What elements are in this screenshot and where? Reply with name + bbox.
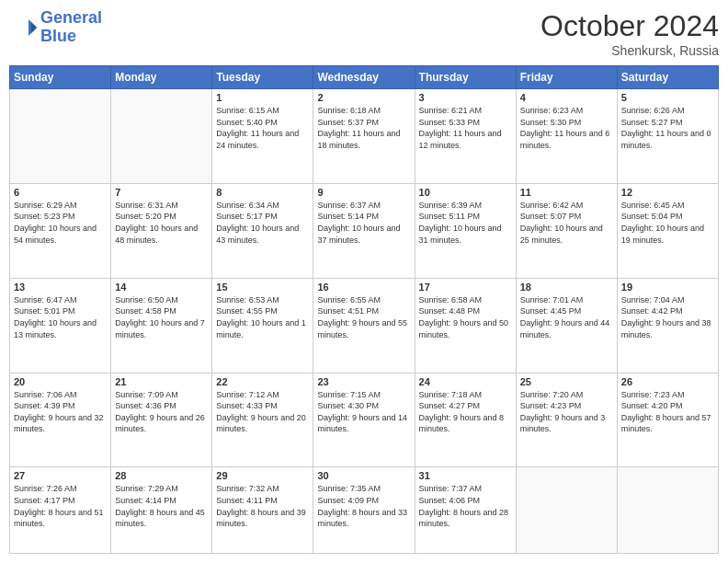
day-number: 29 xyxy=(216,470,309,481)
header-sunday: Sunday xyxy=(10,66,111,89)
day-cell: 17Sunrise: 6:58 AM Sunset: 4:48 PM Dayli… xyxy=(415,278,516,373)
day-info: Sunrise: 6:15 AM Sunset: 5:40 PM Dayligh… xyxy=(216,105,309,151)
day-number: 15 xyxy=(216,282,309,293)
day-cell xyxy=(111,89,212,184)
day-info: Sunrise: 7:09 AM Sunset: 4:36 PM Dayligh… xyxy=(115,389,208,435)
day-number: 13 xyxy=(14,282,107,293)
day-number: 16 xyxy=(317,282,410,293)
day-cell: 16Sunrise: 6:55 AM Sunset: 4:51 PM Dayli… xyxy=(313,278,415,373)
day-info: Sunrise: 6:21 AM Sunset: 5:33 PM Dayligh… xyxy=(419,105,512,151)
header-saturday: Saturday xyxy=(617,66,718,89)
day-cell: 3Sunrise: 6:21 AM Sunset: 5:33 PM Daylig… xyxy=(415,89,516,184)
day-info: Sunrise: 6:45 AM Sunset: 5:04 PM Dayligh… xyxy=(621,200,714,246)
day-number: 9 xyxy=(317,187,410,198)
day-info: Sunrise: 7:26 AM Sunset: 4:17 PM Dayligh… xyxy=(14,483,107,529)
day-info: Sunrise: 7:20 AM Sunset: 4:23 PM Dayligh… xyxy=(520,389,613,435)
day-cell: 19Sunrise: 7:04 AM Sunset: 4:42 PM Dayli… xyxy=(617,278,718,373)
day-cell: 30Sunrise: 7:35 AM Sunset: 4:09 PM Dayli… xyxy=(313,467,415,554)
day-cell: 4Sunrise: 6:23 AM Sunset: 5:30 PM Daylig… xyxy=(516,89,617,184)
day-number: 19 xyxy=(621,282,714,293)
day-info: Sunrise: 7:01 AM Sunset: 4:45 PM Dayligh… xyxy=(520,294,613,340)
logo-icon xyxy=(9,14,37,41)
day-cell: 10Sunrise: 6:39 AM Sunset: 5:11 PM Dayli… xyxy=(415,183,516,278)
header-wednesday: Wednesday xyxy=(313,66,415,89)
day-number: 10 xyxy=(419,187,512,198)
day-cell xyxy=(516,467,617,554)
day-info: Sunrise: 6:42 AM Sunset: 5:07 PM Dayligh… xyxy=(520,200,613,246)
logo-line1: General xyxy=(40,8,102,27)
day-cell: 9Sunrise: 6:37 AM Sunset: 5:14 PM Daylig… xyxy=(313,183,415,278)
day-number: 8 xyxy=(216,187,309,198)
day-number: 5 xyxy=(621,92,714,103)
day-cell: 29Sunrise: 7:32 AM Sunset: 4:11 PM Dayli… xyxy=(212,467,313,554)
day-info: Sunrise: 6:50 AM Sunset: 4:58 PM Dayligh… xyxy=(115,294,208,340)
calendar: SundayMondayTuesdayWednesdayThursdayFrid… xyxy=(9,65,719,554)
day-cell: 20Sunrise: 7:06 AM Sunset: 4:39 PM Dayli… xyxy=(10,373,111,467)
day-number: 6 xyxy=(14,187,107,198)
day-cell: 23Sunrise: 7:15 AM Sunset: 4:30 PM Dayli… xyxy=(313,373,415,467)
day-info: Sunrise: 6:55 AM Sunset: 4:51 PM Dayligh… xyxy=(317,294,410,340)
day-number: 27 xyxy=(14,470,107,481)
day-number: 26 xyxy=(621,376,714,387)
day-info: Sunrise: 6:29 AM Sunset: 5:23 PM Dayligh… xyxy=(14,200,107,246)
day-info: Sunrise: 6:53 AM Sunset: 4:55 PM Dayligh… xyxy=(216,294,309,340)
day-cell: 15Sunrise: 6:53 AM Sunset: 4:55 PM Dayli… xyxy=(212,278,313,373)
logo: General Blue xyxy=(9,9,102,46)
day-number: 30 xyxy=(317,470,410,481)
day-number: 21 xyxy=(115,376,208,387)
day-number: 3 xyxy=(419,92,512,103)
day-cell: 22Sunrise: 7:12 AM Sunset: 4:33 PM Dayli… xyxy=(212,373,313,467)
week-row-4: 20Sunrise: 7:06 AM Sunset: 4:39 PM Dayli… xyxy=(10,373,719,467)
day-cell: 12Sunrise: 6:45 AM Sunset: 5:04 PM Dayli… xyxy=(617,183,718,278)
day-cell: 8Sunrise: 6:34 AM Sunset: 5:17 PM Daylig… xyxy=(212,183,313,278)
day-cell: 5Sunrise: 6:26 AM Sunset: 5:27 PM Daylig… xyxy=(617,89,718,184)
day-info: Sunrise: 6:37 AM Sunset: 5:14 PM Dayligh… xyxy=(317,200,410,246)
day-info: Sunrise: 7:06 AM Sunset: 4:39 PM Dayligh… xyxy=(14,389,107,435)
day-cell: 6Sunrise: 6:29 AM Sunset: 5:23 PM Daylig… xyxy=(10,183,111,278)
week-row-5: 27Sunrise: 7:26 AM Sunset: 4:17 PM Dayli… xyxy=(10,467,719,554)
day-number: 25 xyxy=(520,376,613,387)
day-info: Sunrise: 7:37 AM Sunset: 4:06 PM Dayligh… xyxy=(419,483,512,529)
day-number: 1 xyxy=(216,92,309,103)
day-info: Sunrise: 7:32 AM Sunset: 4:11 PM Dayligh… xyxy=(216,483,309,529)
day-number: 17 xyxy=(419,282,512,293)
logo-text: General Blue xyxy=(40,9,102,46)
day-number: 4 xyxy=(520,92,613,103)
day-number: 12 xyxy=(621,187,714,198)
day-cell: 18Sunrise: 7:01 AM Sunset: 4:45 PM Dayli… xyxy=(516,278,617,373)
day-number: 18 xyxy=(520,282,613,293)
calendar-header-row: SundayMondayTuesdayWednesdayThursdayFrid… xyxy=(10,66,719,89)
month-title: October 2024 xyxy=(540,9,719,43)
day-cell: 13Sunrise: 6:47 AM Sunset: 5:01 PM Dayli… xyxy=(10,278,111,373)
day-cell: 25Sunrise: 7:20 AM Sunset: 4:23 PM Dayli… xyxy=(516,373,617,467)
day-info: Sunrise: 6:31 AM Sunset: 5:20 PM Dayligh… xyxy=(115,200,208,246)
day-info: Sunrise: 6:26 AM Sunset: 5:27 PM Dayligh… xyxy=(621,105,714,151)
day-info: Sunrise: 6:58 AM Sunset: 4:48 PM Dayligh… xyxy=(419,294,512,340)
day-number: 20 xyxy=(14,376,107,387)
day-cell xyxy=(10,89,111,184)
header-tuesday: Tuesday xyxy=(212,66,313,89)
day-cell: 14Sunrise: 6:50 AM Sunset: 4:58 PM Dayli… xyxy=(111,278,212,373)
day-number: 24 xyxy=(419,376,512,387)
day-info: Sunrise: 6:18 AM Sunset: 5:37 PM Dayligh… xyxy=(317,105,410,151)
day-cell: 31Sunrise: 7:37 AM Sunset: 4:06 PM Dayli… xyxy=(415,467,516,554)
day-number: 31 xyxy=(419,470,512,481)
day-info: Sunrise: 7:04 AM Sunset: 4:42 PM Dayligh… xyxy=(621,294,714,340)
day-number: 14 xyxy=(115,282,208,293)
day-info: Sunrise: 7:18 AM Sunset: 4:27 PM Dayligh… xyxy=(419,389,512,435)
day-info: Sunrise: 7:35 AM Sunset: 4:09 PM Dayligh… xyxy=(317,483,410,529)
day-cell: 24Sunrise: 7:18 AM Sunset: 4:27 PM Dayli… xyxy=(415,373,516,467)
header: General Blue October 2024 Shenkursk, Rus… xyxy=(9,9,719,58)
day-number: 28 xyxy=(115,470,208,481)
title-area: October 2024 Shenkursk, Russia xyxy=(540,9,719,58)
header-thursday: Thursday xyxy=(415,66,516,89)
day-cell: 2Sunrise: 6:18 AM Sunset: 5:37 PM Daylig… xyxy=(313,89,415,184)
page: General Blue October 2024 Shenkursk, Rus… xyxy=(0,0,728,563)
day-cell xyxy=(617,467,718,554)
day-info: Sunrise: 7:29 AM Sunset: 4:14 PM Dayligh… xyxy=(115,483,208,529)
logo-line2: Blue xyxy=(40,27,76,45)
day-info: Sunrise: 7:12 AM Sunset: 4:33 PM Dayligh… xyxy=(216,389,309,435)
week-row-1: 1Sunrise: 6:15 AM Sunset: 5:40 PM Daylig… xyxy=(10,89,719,184)
day-info: Sunrise: 6:23 AM Sunset: 5:30 PM Dayligh… xyxy=(520,105,613,151)
location: Shenkursk, Russia xyxy=(540,43,719,58)
